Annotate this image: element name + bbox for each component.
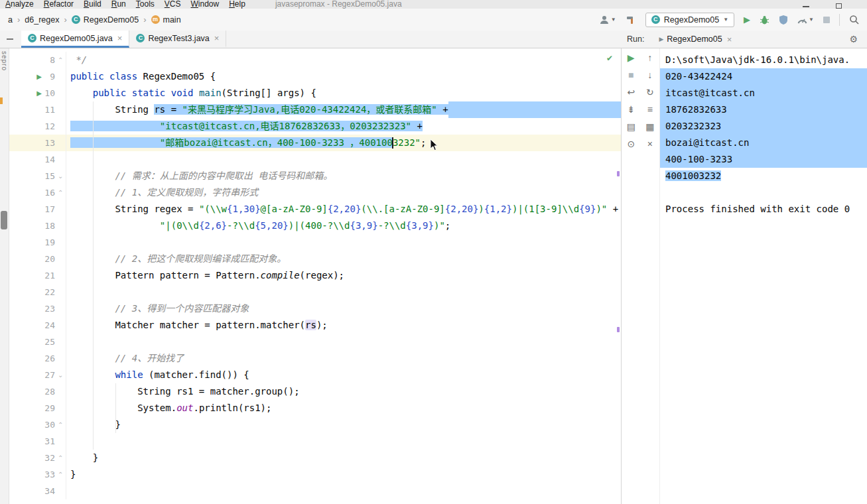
maximize-icon[interactable] [836, 3, 842, 9]
coverage-button[interactable] [779, 15, 788, 25]
user-account-icon[interactable]: ▼ [599, 15, 616, 25]
editor-tab[interactable]: CRegexTest3.java× [129, 31, 226, 48]
step-up-icon[interactable]: ↑ [647, 53, 652, 63]
line-number[interactable]: 31 [44, 433, 58, 450]
code-line[interactable]: "itcast@itcast.cn,电话18762832633，02032323… [66, 118, 621, 135]
code-line[interactable]: // 4、开始找了 [66, 350, 621, 367]
line-number[interactable]: 18 [44, 218, 58, 234]
print-icon[interactable]: ▤ [627, 122, 635, 132]
debug-button[interactable] [760, 15, 769, 25]
code-line[interactable] [66, 284, 621, 300]
line-number[interactable]: 22 [44, 284, 58, 300]
code-line[interactable]: String rs1 = matcher.group(); [66, 383, 621, 400]
build-hammer-icon[interactable] [626, 15, 636, 25]
code-line[interactable]: } [66, 466, 621, 483]
run-line-icon[interactable]: ▶ [34, 68, 44, 85]
line-number[interactable]: 20 [44, 251, 58, 267]
inspections-ok-icon[interactable]: ✔ [606, 54, 613, 63]
line-number[interactable]: 34 [44, 483, 58, 499]
menu-refactor[interactable]: Refactor [44, 0, 74, 9]
tool-window-stripe-label[interactable]: sepro [1, 51, 8, 71]
menu-tools[interactable]: Tools [136, 0, 155, 9]
editor-tab[interactable]: CRegexDemo05.java× [21, 31, 129, 48]
line-number[interactable]: 19 [44, 234, 58, 251]
line-number[interactable]: 29 [44, 400, 58, 416]
line-number[interactable]: 21 [44, 267, 58, 284]
profiler-button[interactable]: ▼ [797, 16, 814, 24]
pin-icon[interactable]: ⊙ [627, 139, 635, 149]
menu-analyze[interactable]: Analyze [5, 0, 34, 9]
code-line[interactable]: } [66, 416, 621, 433]
code-line[interactable]: while (matcher.find()) { [66, 367, 621, 383]
code-line[interactable]: */ [66, 52, 621, 68]
breadcrumb-item-RegexDemo05[interactable]: CRegexDemo05 [72, 15, 139, 25]
line-number[interactable]: 14 [44, 151, 58, 168]
run-tab[interactable]: ▶ RegexDemo05 × [659, 34, 732, 44]
code-line[interactable]: public class RegexDemo05 { [66, 68, 621, 85]
close-tab-icon[interactable]: × [214, 33, 220, 43]
stop-icon[interactable]: ■ [628, 70, 634, 80]
code-line[interactable] [66, 483, 621, 499]
code-line[interactable]: "|(0\\d{2,6}-?\\d{5,20})|(400-?\\d{3,9}-… [66, 218, 621, 234]
close-run-tab-icon[interactable]: × [727, 34, 732, 44]
code-line[interactable] [66, 334, 621, 350]
line-number[interactable]: 9 [44, 68, 58, 85]
code-line[interactable]: System.out.println(rs1); [66, 400, 621, 416]
line-number[interactable]: 26 [44, 350, 58, 367]
code-line[interactable]: // 3、得到一个内容匹配器对象 [66, 300, 621, 317]
stop-button[interactable] [823, 17, 830, 23]
settings-gear-icon[interactable]: ⚙ [849, 34, 858, 44]
breadcrumb-item-d6_regex[interactable]: d6_regex [25, 15, 59, 25]
code-editor[interactable]: 8⌃ */▶9public class RegexDemo05 {▶10 pub… [9, 48, 622, 504]
code-line[interactable]: // 1、定义爬取规则，字符串形式 [66, 184, 621, 201]
code-line[interactable]: public static void main(String[] args) { [66, 85, 621, 101]
soft-wrap-icon[interactable]: ↩ [627, 88, 635, 97]
line-number[interactable]: 33 [44, 466, 58, 483]
run-line-icon[interactable]: ▶ [34, 85, 44, 101]
menu-vcs[interactable]: VCS [165, 0, 181, 9]
search-everywhere-icon[interactable] [849, 15, 859, 25]
line-number[interactable]: 12 [44, 118, 58, 135]
hide-window-icon[interactable] [7, 38, 13, 40]
menu-run[interactable]: Run [111, 0, 126, 9]
minimize-icon[interactable] [803, 6, 809, 7]
menu-window[interactable]: Window [191, 0, 220, 9]
close-tab-icon[interactable]: × [117, 33, 123, 43]
delete-icon[interactable]: × [647, 139, 653, 149]
clear-icon[interactable]: ▦ [645, 122, 654, 132]
options-icon[interactable]: ≡ [647, 105, 653, 115]
restore-layout-icon[interactable]: ↻ [646, 88, 654, 97]
code-line[interactable]: "邮箱bozai@itcast.cn，400-100-3233 ，4001003… [66, 135, 621, 151]
line-number[interactable]: 11 [44, 101, 58, 118]
code-line[interactable]: // 需求：从上面的内容中爬取出 电话号码和邮箱。 [66, 168, 621, 184]
code-line[interactable]: } [66, 450, 621, 466]
fold-icon[interactable]: ⌃ [58, 466, 66, 483]
code-line[interactable]: Matcher matcher = pattern.matcher(rs); [66, 317, 621, 334]
rerun-icon[interactable]: ▶ [628, 53, 635, 63]
breadcrumb-item-a[interactable]: a [8, 15, 13, 25]
line-number[interactable]: 23 [44, 300, 58, 317]
line-number[interactable]: 13 [44, 135, 58, 151]
line-number[interactable]: 30 [44, 416, 58, 433]
menu-help[interactable]: Help [229, 0, 245, 9]
run-button[interactable]: ▶ [744, 15, 750, 25]
code-line[interactable]: String rs = "来黑马程序学习Java,电话020-43422424，… [66, 101, 621, 118]
breadcrumb-item-main[interactable]: mmain [151, 15, 181, 25]
line-number[interactable]: 15 [44, 168, 58, 184]
scroll-to-end-icon[interactable]: ⇟ [627, 105, 635, 115]
run-console[interactable]: D:\soft\Java\jdk-16.0.1\bin\java.020-434… [660, 48, 867, 504]
line-number[interactable]: 24 [44, 317, 58, 334]
code-line[interactable]: // 2、把这个爬取规则编译成匹配对象。 [66, 251, 621, 267]
code-line[interactable]: String regex = "(\\w{1,30}@[a-zA-Z0-9]{2… [66, 201, 621, 218]
line-number[interactable]: 25 [44, 334, 58, 350]
fold-icon[interactable]: ⌄ [58, 367, 66, 383]
step-down-icon[interactable]: ↓ [647, 70, 652, 80]
line-number[interactable]: 10 [44, 85, 58, 101]
fold-icon[interactable]: ⌃ [58, 416, 66, 433]
menu-build[interactable]: Build [84, 0, 101, 9]
line-number[interactable]: 27 [44, 367, 58, 383]
run-config-select[interactable]: C RegexDemo05 ▼ [645, 13, 734, 27]
line-number[interactable]: 16 [44, 184, 58, 201]
stripe-scroll-thumb[interactable] [1, 211, 7, 229]
code-line[interactable] [66, 151, 621, 168]
